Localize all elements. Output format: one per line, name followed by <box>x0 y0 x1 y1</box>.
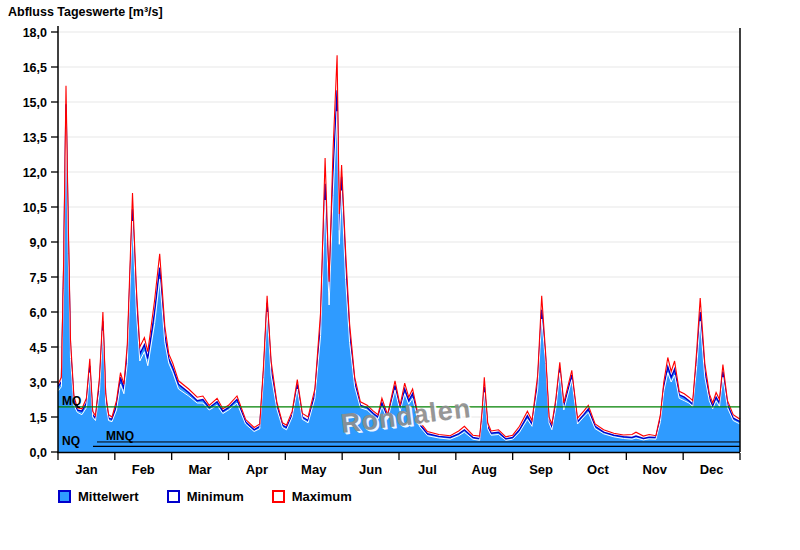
y-tick-label: 10,5 <box>23 201 47 215</box>
y-tick-label: 6,0 <box>30 306 47 320</box>
legend-item-minimum: Minimum <box>167 489 244 504</box>
ref-label-nq: NQ <box>62 434 80 448</box>
x-tick-label-may: May <box>301 462 327 477</box>
x-tick-label-sep: Sep <box>529 462 553 477</box>
min-swatch-icon <box>167 490 180 503</box>
y-tick-label: 12,0 <box>23 166 47 180</box>
x-tick-label-jan: Jan <box>75 462 97 477</box>
x-tick-label-nov: Nov <box>642 462 667 477</box>
y-tick-label: 7,5 <box>30 271 47 285</box>
discharge-chart-page: Abfluss Tageswerte [m³/s] MQMNQNQ0,01,53… <box>0 0 800 550</box>
x-tick-label-jul: Jul <box>418 462 437 477</box>
ref-label-mnq: MNQ <box>106 429 134 443</box>
y-tick-label: 9,0 <box>30 236 47 250</box>
legend-label: Minimum <box>187 489 244 504</box>
y-tick-label: 15,0 <box>23 96 47 110</box>
x-tick-label-feb: Feb <box>132 462 155 477</box>
legend-label: Mittelwert <box>78 489 139 504</box>
x-tick-label-apr: Apr <box>246 462 268 477</box>
ref-label-mq: MQ <box>62 394 81 408</box>
max-swatch-icon <box>272 490 285 503</box>
x-tick-label-mar: Mar <box>189 462 212 477</box>
y-tick-label: 18,0 <box>23 26 47 40</box>
y-tick-label: 3,0 <box>30 376 47 390</box>
y-tick-label: 1,5 <box>30 411 47 425</box>
legend-label: Maximum <box>292 489 352 504</box>
x-tick-label-aug: Aug <box>472 462 497 477</box>
x-tick-label-dec: Dec <box>700 462 724 477</box>
chart-legend: Mittelwert Minimum Maximum <box>58 489 380 504</box>
y-tick-label: 13,5 <box>23 131 47 145</box>
x-tick-label-jun: Jun <box>359 462 382 477</box>
chart-title: Abfluss Tageswerte [m³/s] <box>8 5 163 19</box>
legend-item-mittelwert: Mittelwert <box>58 489 139 504</box>
y-tick-label: 0,0 <box>30 446 47 460</box>
y-tick-label: 4,5 <box>30 341 47 355</box>
mean-swatch-icon <box>58 490 71 503</box>
y-tick-label: 16,5 <box>23 61 47 75</box>
x-tick-label-oct: Oct <box>587 462 609 477</box>
legend-item-maximum: Maximum <box>272 489 352 504</box>
